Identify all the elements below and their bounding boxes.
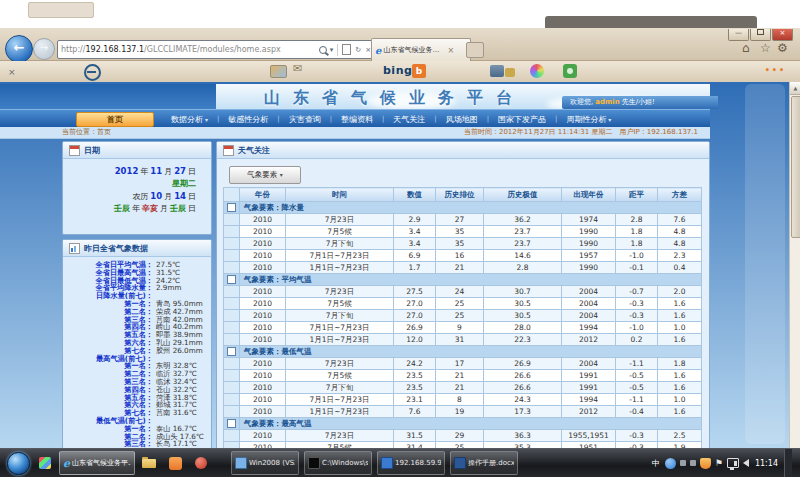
location-value[interactable]: 首页 [97, 128, 111, 136]
messenger-icon[interactable] [665, 458, 676, 469]
security-shield-icon[interactable] [700, 458, 711, 469]
tab-close-icon[interactable]: × [447, 46, 454, 55]
address-bar[interactable]: http://192.168.137.1/GLCCLIMATE/modules/… [57, 40, 377, 59]
back-button[interactable]: ← [5, 35, 33, 63]
tray-app-icon[interactable] [680, 460, 686, 466]
table-cell: 7月5候 [286, 370, 394, 382]
date-year: 2012 [115, 166, 139, 176]
table-cell: 7月23日 [286, 214, 394, 226]
maximize-button[interactable] [750, 29, 771, 41]
taskbar-window-3[interactable]: 192.168.59.99... [377, 451, 445, 475]
welcome-suffix: 先生/小姐! [622, 98, 655, 106]
taskbar-window-1[interactable]: Win2008 (VS2... [231, 451, 299, 475]
table-cell: 7月23日 [286, 358, 394, 370]
chevron-down-icon[interactable]: ▾ [330, 46, 334, 54]
nav-item-8[interactable]: 国家下发产品 [489, 114, 555, 125]
nav-item-5[interactable]: 整编资料 [332, 114, 382, 125]
favorites-star-icon[interactable]: ☆ [760, 41, 771, 55]
table-cell: 0.4 [658, 262, 702, 274]
show-desktop-button[interactable] [784, 449, 792, 477]
header-left-block [0, 84, 216, 109]
network-icon[interactable] [727, 458, 739, 468]
home-icon[interactable]: ⌂ [742, 41, 750, 55]
camera-icon[interactable] [490, 65, 504, 77]
nav-item-7[interactable]: 风场地图 [437, 114, 487, 125]
block-icon[interactable] [84, 64, 101, 81]
bing-logo: bing [383, 64, 412, 77]
toolbar-close-icon[interactable]: × [8, 67, 16, 77]
volume-icon[interactable] [743, 459, 749, 467]
tray-app-icon[interactable] [690, 460, 696, 466]
weather-focus-panel: 天气关注 气象要素 ▾ 年份时间数值历史排位历史极值出现年份距平方差气象要素：降… [216, 141, 710, 473]
table-cell: 19 [436, 406, 484, 418]
date-panel-body: 2012年11月27日 星期二 农历10月14日 壬辰年辛亥月壬辰日 [63, 159, 211, 215]
vertical-scrollbar[interactable]: ▲ [789, 82, 800, 448]
table-cell: 35 [436, 238, 484, 250]
date-panel-title: 日期 [84, 145, 100, 156]
table-cell: 6.9 [394, 250, 436, 262]
close-button[interactable]: × [772, 29, 793, 41]
globe-icon[interactable] [563, 64, 577, 78]
table-cell: 2010 [240, 370, 286, 382]
group-checkbox[interactable] [227, 419, 236, 428]
nav-item-6[interactable]: 天气关注 [384, 114, 434, 125]
taskbar-window-2[interactable]: C:\Windows\s... [304, 451, 372, 475]
table-cell: 1991 [562, 370, 616, 382]
ime-indicator[interactable]: 中 [652, 458, 660, 469]
refresh-icon[interactable]: ↻ [355, 46, 361, 54]
nav-item-2[interactable]: 数据分析 ▾ [162, 114, 217, 125]
table-group-row: 气象要素：最低气温 [224, 346, 702, 358]
table-cell: 26.9 [484, 358, 562, 370]
card-icon[interactable] [270, 65, 287, 78]
action-center-flag-icon[interactable]: ⚑ [715, 458, 723, 468]
table-cell: 2010 [240, 262, 286, 274]
taskbar-window-4[interactable]: 操作手册.docx ... [450, 451, 518, 475]
browser-tab[interactable]: e 山东省气候业务平... × [371, 38, 471, 61]
group-checkbox[interactable] [227, 203, 236, 212]
table-cell: 1.7 [394, 262, 436, 274]
forward-button[interactable]: → [33, 38, 55, 60]
table-row: 20101月1日~7月23日1.7212.81990-0.10.4 [224, 262, 702, 274]
weather-rank-value: 胶州 26.0mm [156, 347, 203, 355]
screen-bottom-margin [0, 476, 800, 500]
group-checkbox[interactable] [227, 275, 236, 284]
compatibility-view-icon[interactable] [342, 44, 351, 55]
table-cell: 2010 [240, 358, 286, 370]
tools-gear-icon[interactable]: ⚙ [777, 41, 788, 55]
taskbar-media-button[interactable] [189, 452, 213, 474]
nav-item-3[interactable]: 敏感性分析 [219, 114, 277, 125]
table-cell: 7月1日~7月23日 [286, 322, 394, 334]
more-options-icon[interactable]: ••• [765, 66, 786, 75]
element-dropdown-button[interactable]: 气象要素 ▾ [229, 166, 301, 184]
pinned-app-icon[interactable] [39, 457, 51, 469]
bing-search-icon[interactable]: b [412, 64, 426, 78]
row-leading-cell [224, 358, 240, 370]
nav-item-home[interactable]: 首页 [76, 112, 154, 127]
search-icon[interactable] [319, 46, 327, 54]
group-checkbox[interactable] [227, 347, 236, 356]
table-cell: 21 [436, 382, 484, 394]
taskbar-app-orange-button[interactable] [163, 452, 187, 474]
scrollbar-thumb[interactable] [791, 96, 800, 238]
new-tab-button[interactable] [466, 42, 484, 58]
table-cell: 27.5 [394, 286, 436, 298]
mail-icon[interactable]: ✉ [293, 62, 302, 75]
nav-item-9[interactable]: 周期性分析 ▾ [557, 114, 620, 125]
taskbar-ie-button[interactable]: e 山东省气候业务平... [59, 451, 135, 475]
nav-item-4[interactable]: 灾害查询 [280, 114, 330, 125]
table-cell: 21 [436, 262, 484, 274]
column-header: 年份 [240, 188, 286, 202]
wallet-icon[interactable] [505, 68, 515, 77]
palette-icon[interactable] [530, 64, 544, 78]
column-header: 数值 [394, 188, 436, 202]
weather-focus-title: 天气关注 [238, 145, 270, 156]
scroll-up-arrow[interactable]: ▲ [790, 82, 800, 95]
row-leading-cell [224, 370, 240, 382]
clock[interactable]: 11:14 [755, 459, 778, 468]
start-button[interactable] [7, 452, 30, 475]
table-cell: 31 [436, 334, 484, 346]
table-cell: -0.1 [616, 262, 658, 274]
taskbar-explorer-button[interactable] [137, 452, 161, 474]
minimize-button[interactable]: — [728, 29, 749, 41]
group-title: 气象要素：最高气温 [240, 418, 702, 430]
